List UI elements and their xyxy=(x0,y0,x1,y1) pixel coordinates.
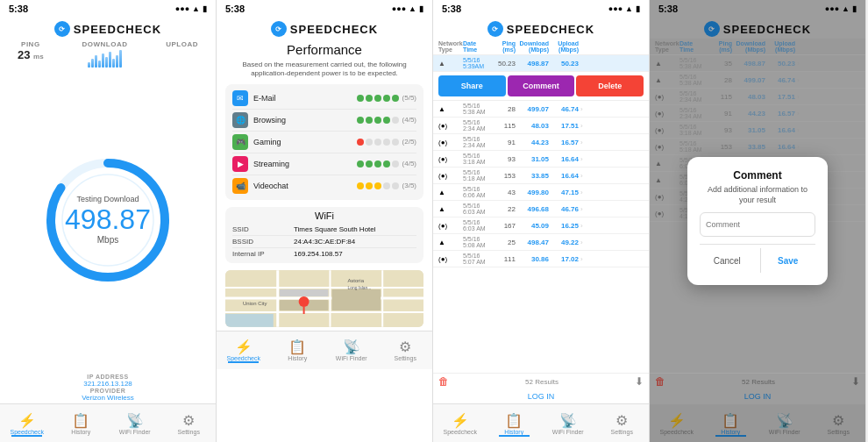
videochat-icon: 📹 xyxy=(232,178,248,194)
modal-cancel-button[interactable]: Cancel xyxy=(700,248,755,273)
svg-text:Long Islan...: Long Islan... xyxy=(347,286,371,290)
table-row[interactable]: (●) 5/5/165:07 AM 111 30.86 17.02 › xyxy=(433,251,649,267)
nav-settings-1[interactable]: ⚙ Settings xyxy=(162,412,217,435)
share-button[interactable]: Share xyxy=(438,75,506,96)
performance-items-bg: ✉ E-Mail (5/5) 🌐 Browsing xyxy=(225,84,423,200)
internal-ip-key: Internal IP xyxy=(232,250,294,258)
wifi-finder-icon: 📡 xyxy=(126,412,144,429)
browsing-label: Browsing xyxy=(253,116,357,125)
row-arrow: › xyxy=(580,189,583,196)
wifi-finder-icon-3: 📡 xyxy=(559,412,577,429)
table-row[interactable]: (●) 5/5/165:18 AM 153 33.85 16.64 › xyxy=(433,168,649,184)
speed-status-label: Testing Download xyxy=(76,195,139,203)
speedcheck-label-3: Speedcheck xyxy=(443,429,477,435)
history-icon: 📋 xyxy=(72,412,89,429)
login-link[interactable]: LOG IN xyxy=(433,389,649,403)
speed-unit: Mbps xyxy=(97,235,118,245)
modal-divider xyxy=(700,244,815,245)
table-row[interactable]: (●) 5/5/163:18 AM 93 31.05 16.64 › xyxy=(433,151,649,168)
row-ping: 43 xyxy=(494,189,516,196)
panel-4: 5:38 ●●● ▲ ▮ ⟳ SPEEDCHECK NetworkType Da… xyxy=(650,0,866,442)
wifi-icon-3: ▲ xyxy=(625,4,633,13)
ip-label: IP ADDRESS xyxy=(0,374,216,380)
wifi-finder-label-2: WiFi Finder xyxy=(336,355,367,361)
ping-unit: ms xyxy=(33,53,44,61)
nav-speedcheck-3[interactable]: ⚡ Speedcheck xyxy=(433,412,487,435)
row-ping: 153 xyxy=(494,172,516,180)
delete-icon-footer[interactable]: 🗑 xyxy=(438,375,449,388)
nav-wifi-2[interactable]: 📡 WiFi Finder xyxy=(324,339,379,361)
row-ul: 47.15 xyxy=(549,189,579,196)
row-dl: 31.05 xyxy=(516,155,549,163)
time-2: 5:38 xyxy=(225,4,245,14)
table-row[interactable]: (●) 5/5/166:03 AM 167 45.09 16.25 › xyxy=(433,217,649,234)
bssid-value: 24:A4:3C:AE:DF:84 xyxy=(294,238,355,246)
time-1: 5:38 xyxy=(9,4,28,14)
download-icon-footer[interactable]: ⬇ xyxy=(635,375,644,388)
speedcheck-label: Speedcheck xyxy=(10,429,44,435)
row-ul: 16.64 xyxy=(549,172,579,180)
table-row[interactable]: (●) 5/5/162:34 AM 115 48.03 17.51 › xyxy=(433,118,649,134)
bottom-nav-2: ⚡ Speedcheck 📋 History 📡 WiFi Finder ⚙ S… xyxy=(217,331,432,369)
date-selected: 5/5/165:39AM xyxy=(463,57,494,69)
nav-wifi-1[interactable]: 📡 WiFi Finder xyxy=(108,412,162,435)
row-ping: 167 xyxy=(494,222,516,230)
comment-modal: Comment Add additional information to yo… xyxy=(687,157,828,285)
email-score: (5/5) xyxy=(402,94,416,102)
panel-1: 5:38 ●●● ▲ ▮ ⟳ SPEEDCHECK PING 23 ms DOW… xyxy=(0,0,217,442)
internal-ip-value: 169.254.108.57 xyxy=(294,250,343,258)
row-ul: 49.22 xyxy=(549,239,579,246)
speedcheck-label-2: Speedcheck xyxy=(226,355,260,361)
map-area: Union City Astoria Long Islan... xyxy=(225,270,423,327)
svg-rect-12 xyxy=(331,289,381,310)
row-ul: 17.02 xyxy=(549,255,579,263)
streaming-score: (4/5) xyxy=(402,160,416,168)
dot xyxy=(366,160,373,168)
ping-label: PING xyxy=(18,40,44,48)
settings-icon: ⚙ xyxy=(182,412,195,429)
net-type: ▲ xyxy=(438,189,463,196)
row-ul: 16.25 xyxy=(549,222,579,230)
row-date: 5/5/166:03 AM xyxy=(463,219,494,232)
dot xyxy=(357,139,364,146)
streaming-dots xyxy=(357,160,399,168)
perf-item-streaming: ▶ Streaming (4/5) xyxy=(232,153,416,175)
videochat-label: Videochat xyxy=(253,182,357,190)
col-header-ping: Ping(ms) xyxy=(494,40,516,53)
net-type: (●) xyxy=(438,172,463,180)
col-header-network: NetworkType xyxy=(438,40,463,53)
nav-wifi-3[interactable]: 📡 WiFi Finder xyxy=(541,412,595,435)
wifi-section-bg: WiFi SSID Times Square South Hotel BSSID… xyxy=(225,207,423,263)
perf-item-gaming: 🎮 Gaming (2/5) xyxy=(232,132,416,153)
history-label: History xyxy=(71,429,90,435)
app-logo-2: ⟳ xyxy=(271,21,287,37)
modal-save-button[interactable]: Save xyxy=(761,248,816,273)
selected-table-row[interactable]: ▲ 5/5/165:39AM 50.23 498.87 50.23 xyxy=(433,55,649,72)
nav-speedcheck-2[interactable]: ⚡ Speedcheck xyxy=(217,339,271,361)
row-arrow: › xyxy=(580,122,583,130)
table-row[interactable]: (●) 5/5/162:34 AM 91 44.23 16.57 › xyxy=(433,134,649,151)
bar xyxy=(91,59,94,68)
ul-selected: 50.23 xyxy=(549,60,579,68)
svg-point-13 xyxy=(299,296,309,307)
comment-button[interactable]: Comment xyxy=(508,75,575,96)
status-icons-1: ●●● ▲ ▮ xyxy=(175,4,207,13)
table-row[interactable]: ▲ 5/5/166:03 AM 22 496.68 46.76 › xyxy=(433,201,649,217)
table-row[interactable]: ▲ 5/5/166:06 AM 43 499.80 47.15 › xyxy=(433,184,649,201)
nav-history-2[interactable]: 📋 History xyxy=(271,339,325,361)
table-row[interactable]: ▲ 5/5/165:38 AM 28 499.07 46.74 › xyxy=(433,101,649,118)
nav-settings-2[interactable]: ⚙ Settings xyxy=(379,339,433,361)
ssid-value: Times Square South Hotel xyxy=(294,225,376,233)
delete-button[interactable]: Delete xyxy=(576,75,644,96)
nav-settings-3[interactable]: ⚙ Settings xyxy=(595,412,650,435)
row-date: 5/5/166:03 AM xyxy=(463,203,494,215)
nav-history-3[interactable]: 📋 History xyxy=(487,412,542,435)
browsing-score: (4/5) xyxy=(402,116,416,124)
signal-icon-1: ●●● xyxy=(175,4,189,13)
table-row[interactable]: ▲ 5/5/165:08 AM 25 498.47 49.22 › xyxy=(433,234,649,251)
row-dl: 499.07 xyxy=(516,105,549,113)
metrics-row: PING 23 ms DOWNLOAD UPLOAD xyxy=(0,40,216,69)
nav-history-1[interactable]: 📋 History xyxy=(54,412,109,435)
nav-speedcheck-1[interactable]: ⚡ Speedcheck xyxy=(0,412,54,435)
comment-input[interactable] xyxy=(700,212,815,237)
